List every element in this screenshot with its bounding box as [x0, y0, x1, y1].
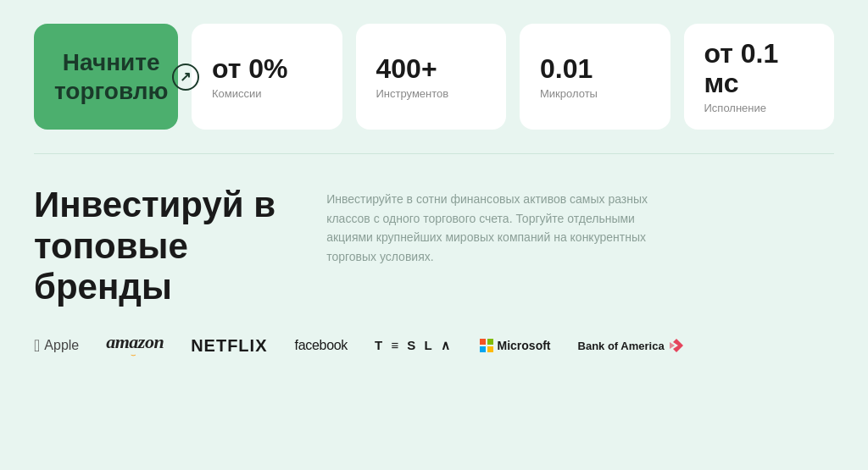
main-section: Инвестируй втоповыебренды Инвестируйте в… [0, 154, 868, 331]
main-headline: Инвестируй втоповыебренды [34, 185, 275, 307]
stat-label-instruments: Инструментов [376, 87, 487, 100]
stat-card-execution: от 0.1 мс Исполнение [684, 24, 835, 130]
brands-section:  Apple amazon ⌣ NETFLIX facebook T ≡ S … [0, 331, 868, 380]
brand-bankofamerica: Bank of America [578, 338, 685, 353]
brand-netflix: NETFLIX [191, 336, 267, 356]
stat-value-microlots: 0.01 [540, 54, 650, 84]
tesla-brand-label: T ≡ S L ∧ [375, 338, 452, 353]
brand-microsoft: Microsoft [480, 339, 551, 352]
main-description: Инвестируйте в сотни финансовых активов … [326, 185, 648, 266]
stat-card-commission: от 0% Комиссии [192, 24, 342, 130]
stat-label-execution: Исполнение [704, 102, 815, 114]
start-trading-button[interactable]: Начните торговлю ↗ [34, 24, 178, 130]
bankofamerica-logo-icon [668, 338, 685, 353]
apple-logo-icon:  [34, 336, 40, 356]
stat-label-microlots: Микролоты [540, 87, 650, 100]
brand-facebook: facebook [295, 338, 348, 353]
facebook-brand-label: facebook [295, 338, 348, 353]
stat-value-execution: от 0.1 мс [704, 39, 815, 98]
apple-brand-label: Apple [44, 338, 79, 353]
arrow-icon: ↗ [172, 64, 199, 91]
stat-label-commission: Комиссии [212, 87, 322, 100]
brand-apple:  Apple [34, 336, 79, 356]
stat-card-instruments: 400+ Инструментов [356, 24, 507, 130]
top-section: Начните торговлю ↗ от 0% Комиссии 400+ И… [0, 0, 868, 153]
bankofamerica-brand-label: Bank of America [578, 340, 665, 352]
stat-value-instruments: 400+ [376, 54, 487, 84]
microsoft-brand-label: Microsoft [498, 339, 551, 352]
stat-card-microlots: 0.01 Микролоты [520, 24, 670, 130]
stat-value-commission: от 0% [212, 54, 322, 84]
brand-tesla: T ≡ S L ∧ [375, 338, 452, 353]
brand-amazon: amazon ⌣ [106, 331, 164, 360]
cta-text: Начните торговлю [54, 48, 169, 105]
microsoft-logo-icon [480, 339, 493, 352]
